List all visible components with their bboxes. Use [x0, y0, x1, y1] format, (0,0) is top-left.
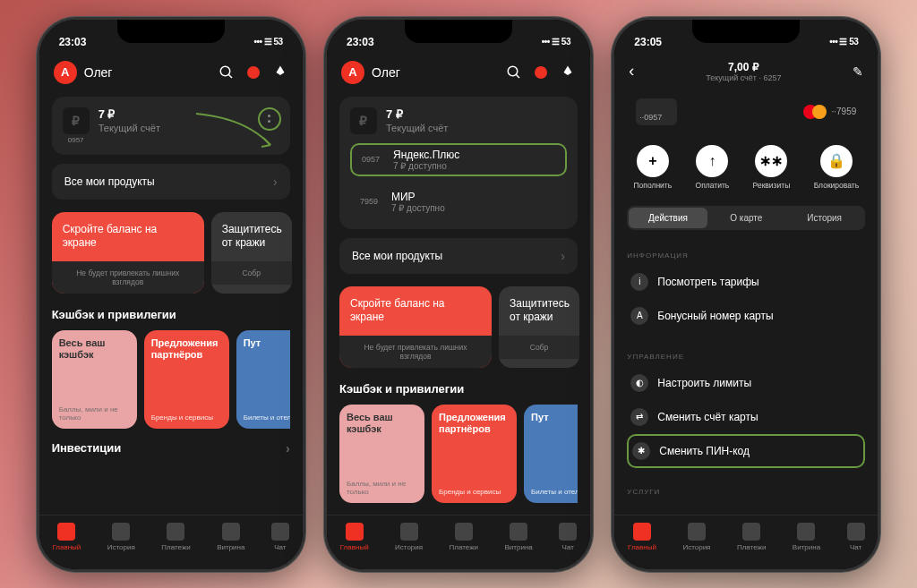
account-main-row[interactable]: ₽ 7 ₽ Текущий счёт [350, 107, 567, 134]
detail-title-wrap: 7,00 ₽ Текущий счёт · 6257 [706, 61, 781, 82]
card-title: МИР [391, 191, 561, 203]
promo-foot: Не будет привлекать лишних взглядов [52, 261, 204, 294]
card-yandex-plus[interactable]: 0957 Яндекс.Плюс 7 ₽ доступно [350, 143, 567, 176]
asterisk-icon: ✱ [632, 442, 650, 460]
asterisk-icon: ∗∗ [755, 145, 787, 177]
balance-value: 7 ₽ [99, 107, 279, 121]
main-content: ₽ 7 ₽ Текущий счёт 0957 Яндекс.Плюс 7 ₽ … [327, 89, 590, 515]
more-dots-button[interactable] [258, 107, 281, 131]
back-button[interactable]: ‹ [629, 62, 634, 81]
detail-balance: 7,00 ₽ [706, 61, 781, 73]
main-content: ₽ 0957 7 ₽ Текущий счёт Все мои продукты… [39, 89, 303, 515]
invest-label: Инвестиции [52, 441, 122, 455]
tab-payments[interactable]: Платежи [737, 523, 766, 551]
all-products-button[interactable]: Все мои продукты › [339, 238, 578, 274]
tile-sub: Баллы, мили и не только [59, 405, 130, 422]
promo-hide-balance[interactable]: Скройте баланс на экране Не будет привле… [339, 286, 492, 368]
alfa-logo-icon[interactable]: A [341, 61, 364, 84]
detail-header: ‹ 7,00 ₽ Текущий счёт · 6257 ✎ [614, 55, 878, 88]
balance-value: 7 ₽ [386, 107, 567, 121]
ruble-icon [167, 523, 184, 541]
tab-home[interactable]: Главный [52, 523, 81, 551]
section-cashback-title: Кэшбэк и привилегии [52, 308, 290, 321]
chat-icon [559, 523, 577, 541]
action-pay[interactable]: ↑Оплатить [696, 145, 730, 190]
promo-hide-balance[interactable]: Скройте баланс на экране Не будет привле… [52, 212, 204, 294]
tab-payments[interactable]: Платежи [450, 523, 478, 551]
alfa-logo-icon[interactable]: A [54, 61, 77, 84]
item-bonus-number[interactable]: A Бонусный номер карты [627, 299, 865, 333]
action-topup[interactable]: +Пополнить [633, 145, 672, 190]
user-name[interactable]: Олег [84, 65, 211, 80]
bell-icon[interactable] [560, 64, 576, 81]
tab-payments[interactable]: Платежи [161, 523, 190, 551]
edit-icon[interactable]: ✎ [853, 64, 863, 79]
account-type-label: Текущий счёт [99, 123, 279, 133]
tile-partners[interactable]: Предложения партнёров Бренды и сервисы [432, 405, 517, 503]
item-tariffs[interactable]: i Посмотреть тарифы [627, 265, 865, 299]
tile-cashback[interactable]: Весь ваш кэшбэк Баллы, мили и не только [52, 330, 137, 429]
tab-showcase[interactable]: Витрина [217, 523, 244, 551]
phone-3: 23:05 ••• ☰ 53 ‹ 7,00 ₽ Текущий счёт · 6… [612, 17, 880, 572]
action-details[interactable]: ∗∗Реквизиты [753, 145, 791, 190]
svg-point-0 [220, 66, 230, 76]
tab-showcase[interactable]: Витрина [505, 523, 533, 551]
record-icon[interactable] [247, 66, 260, 79]
tile-partners[interactable]: Предложения партнёров Бренды и сервисы [144, 330, 229, 429]
tile-travel[interactable]: Пут Билеты и отели [236, 330, 290, 429]
screen-3: 23:05 ••• ☰ 53 ‹ 7,00 ₽ Текущий счёт · 6… [614, 20, 878, 569]
tile-travel[interactable]: Пут Билеты и отели [524, 405, 578, 503]
tab-home[interactable]: Главный [340, 523, 369, 551]
promo-protect[interactable]: Защититесь от кражи Собр [211, 212, 292, 294]
tab-chat[interactable]: Чат [271, 523, 289, 551]
tab-history[interactable]: История [107, 523, 135, 551]
all-products-label: Все мои продукты [352, 250, 442, 262]
tab-chat[interactable]: Чат [559, 523, 577, 551]
home-icon [57, 523, 75, 541]
status-time: 23:03 [59, 36, 87, 48]
card-mir[interactable]: 7959 МИР 7 ₽ доступно [350, 185, 567, 218]
item-limits[interactable]: ◐ Настроить лимиты [627, 366, 865, 400]
record-icon[interactable] [535, 66, 547, 79]
tab-showcase[interactable]: Витрина [793, 523, 820, 551]
card-last4: 7959 [356, 197, 382, 206]
tab-history[interactable]: История [395, 523, 423, 551]
account-card[interactable]: ₽ 0957 7 ₽ Текущий счёт [52, 97, 290, 155]
screen-2: 23:03 ••• ☰ 53 A Олег ₽ 7 ₽ Текущий счёт [327, 20, 590, 569]
search-icon[interactable] [506, 64, 522, 81]
tab-bar: Главный История Платежи Витрина Чат [327, 515, 590, 569]
seg-actions[interactable]: Действия [629, 208, 707, 228]
action-block[interactable]: 🔒Блокировать [814, 145, 859, 190]
user-name[interactable]: Олег [372, 65, 499, 80]
lock-icon: 🔒 [820, 145, 853, 177]
status-time: 23:05 [634, 36, 662, 48]
seg-history[interactable]: История [785, 208, 863, 228]
item-change-pin[interactable]: ✱ Сменить ПИН-код [627, 434, 865, 468]
status-time: 23:03 [347, 36, 374, 48]
gauge-icon: ◐ [630, 374, 648, 392]
notch [117, 20, 225, 43]
seg-about[interactable]: О карте [707, 208, 785, 228]
info-icon: i [630, 273, 648, 291]
bell-icon[interactable] [272, 64, 288, 81]
section-info: ИНФОРМАЦИЯ i Посмотреть тарифы A Бонусны… [614, 237, 878, 338]
tile-cashback[interactable]: Весь ваш кэшбэк Баллы, мили и не только [339, 405, 424, 503]
account-num-label: 0957 [63, 136, 90, 144]
ruble-icon [742, 523, 760, 541]
all-products-label: Все мои продукты [64, 175, 155, 188]
card-chip-0957[interactable]: ··0957 [636, 98, 677, 125]
card-chip-7959[interactable]: ··7959 [803, 105, 857, 119]
tab-bar: Главный История Платежи Витрина Чат [614, 515, 878, 569]
tab-chat[interactable]: Чат [847, 523, 865, 551]
arrow-up-icon: ↑ [696, 145, 728, 177]
all-products-button[interactable]: Все мои продукты › [52, 164, 290, 200]
section-header-info: ИНФОРМАЦИЯ [627, 251, 865, 260]
search-icon[interactable] [219, 64, 235, 81]
section-invest[interactable]: Инвестиции › [52, 441, 290, 456]
tab-home[interactable]: Главный [628, 523, 656, 551]
app-header: A Олег [39, 55, 303, 89]
tab-history[interactable]: История [682, 523, 710, 551]
phone-1: 23:03 ••• ☰ 53 A Олег ₽ 0957 [37, 17, 305, 572]
item-change-account[interactable]: ⇄ Сменить счёт карты [627, 400, 865, 434]
promo-protect[interactable]: Защититесь от кражи Собр [499, 286, 579, 368]
